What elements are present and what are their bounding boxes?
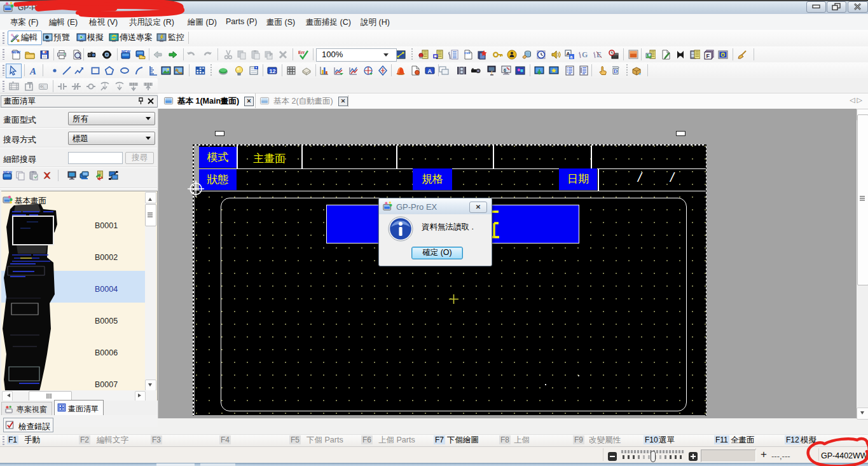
svg-text:NEW: NEW — [121, 50, 130, 53]
svg-text:Err: Err — [298, 50, 305, 55]
svg-text:D: D — [614, 68, 617, 74]
svg-text:12: 12 — [270, 68, 276, 74]
svg-text:a: a — [570, 55, 573, 59]
svg-text:L: L — [43, 85, 45, 89]
svg-text:NEW: NEW — [11, 50, 20, 54]
svg-text:A: A — [428, 68, 432, 74]
svg-text:A: A — [29, 66, 36, 76]
svg-text:G: G — [582, 50, 588, 59]
svg-text:csv: csv — [464, 51, 471, 55]
svg-text:F: F — [706, 53, 710, 59]
svg-text:NEW: NEW — [3, 170, 12, 174]
svg-text:6: 6 — [504, 68, 506, 72]
